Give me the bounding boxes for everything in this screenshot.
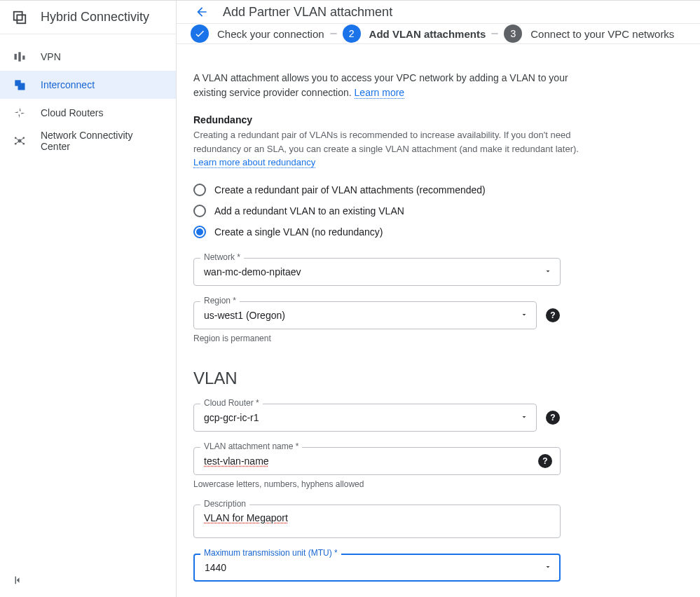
sidebar-item-cloud-routers[interactable]: Cloud Routers (0, 99, 176, 127)
cloud-routers-icon (11, 104, 28, 121)
radio-label: Create a redundant pair of VLAN attachme… (214, 184, 486, 195)
region-helper: Region is permanent (193, 334, 561, 343)
svg-rect-3 (18, 52, 20, 61)
region-field: Region * us-west1 (Oregon) ? (193, 301, 561, 329)
back-button[interactable] (191, 1, 213, 23)
svg-rect-17 (492, 33, 498, 34)
radio-icon (193, 184, 206, 196)
redundancy-option-single[interactable]: Create a single VLAN (no redundancy) (193, 221, 683, 242)
radio-icon (193, 226, 206, 238)
sidebar-item-vpn[interactable]: VPN (0, 43, 176, 71)
redundancy-description: Creating a redundant pair of VLANs is re… (193, 128, 600, 170)
mtu-value: 1440 (205, 562, 226, 573)
svg-marker-10 (22, 113, 25, 114)
step-label: Connect to your VPC networks (530, 28, 674, 40)
svg-marker-7 (20, 108, 21, 111)
vlan-name-field: VLAN attachment name * test-vlan-name ? … (193, 447, 561, 489)
cloud-router-help-button[interactable]: ? (546, 411, 560, 425)
cloud-router-value: gcp-gcr-ic-r1 (204, 412, 259, 423)
network-select[interactable]: wan-mc-demo-npitaev (193, 258, 561, 286)
mtu-select[interactable]: 1440 (193, 554, 561, 582)
form-content: A VLAN attachment allows you to access y… (177, 44, 700, 597)
intro-learn-more-link[interactable]: Learn more (355, 87, 405, 99)
description-label: Description (200, 499, 249, 509)
vlan-name-help-button[interactable]: ? (538, 454, 552, 468)
sidebar-item-label: Network Connectivity Center (41, 130, 165, 152)
vlan-name-label: VLAN attachment name * (200, 441, 302, 451)
step-check-connection[interactable]: Check your connection (191, 25, 324, 43)
svg-marker-8 (18, 115, 20, 118)
hybrid-connectivity-icon (11, 9, 28, 26)
sidebar-item-label: VPN (41, 51, 61, 62)
main: Add Partner VLAN attachment Check your c… (177, 1, 700, 597)
svg-rect-6 (18, 83, 24, 89)
redundancy-option-pair[interactable]: Create a redundant pair of VLAN attachme… (193, 179, 683, 200)
radio-label: Create a single VLAN (no redundancy) (214, 226, 383, 238)
sidebar-item-interconnect[interactable]: Interconnect (0, 71, 176, 99)
svg-marker-9 (15, 111, 18, 113)
vlan-name-input[interactable]: test-vlan-name (193, 447, 561, 475)
check-icon (191, 25, 209, 43)
description-textarea[interactable]: VLAN for Megaport (193, 505, 561, 538)
redundancy-learn-more-link[interactable]: Learn more about redundancy (193, 157, 315, 168)
vlan-heading: VLAN (193, 369, 683, 388)
svg-rect-1 (17, 15, 25, 23)
step-label: Check your connection (217, 28, 324, 40)
cloud-router-field: Cloud Router * gcp-gcr-ic-r1 ? (193, 404, 561, 432)
interconnect-icon (11, 76, 28, 93)
redundancy-radio-group: Create a redundant pair of VLAN attachme… (193, 179, 683, 242)
step-number-badge: 3 (504, 25, 522, 43)
mtu-label: Maximum transmission unit (MTU) * (200, 548, 341, 558)
arrow-left-icon (195, 4, 209, 20)
sidebar-item-ncc[interactable]: Network Connectivity Center (0, 127, 176, 155)
svg-rect-2 (15, 54, 17, 60)
sidebar-item-label: Interconnect (41, 79, 95, 90)
vpn-icon (11, 48, 28, 65)
description-value: VLAN for Megaport (204, 512, 288, 523)
network-field: Network * wan-mc-demo-npitaev (193, 258, 561, 286)
stepper: Check your connection 2 Add VLAN attachm… (177, 24, 700, 44)
region-value: us-west1 (Oregon) (204, 310, 285, 321)
svg-rect-0 (14, 11, 22, 20)
redundancy-heading: Redundancy (193, 114, 683, 125)
region-select[interactable]: us-west1 (Oregon) (193, 301, 537, 329)
step-separator-icon (486, 29, 504, 39)
page-header: Add Partner VLAN attachment (177, 1, 700, 24)
intro-text: A VLAN attachment allows you to access y… (193, 71, 586, 100)
page-title: Add Partner VLAN attachment (223, 5, 392, 20)
network-value: wan-mc-demo-npitaev (204, 266, 301, 277)
sidebar-item-label: Cloud Routers (41, 107, 104, 118)
redundancy-option-add-to-existing[interactable]: Add a redundant VLAN to an existing VLAN (193, 200, 683, 221)
step-connect-vpc[interactable]: 3 Connect to your VPC networks (504, 25, 674, 43)
description-field: Description VLAN for Megaport (193, 505, 561, 538)
mtu-field: Maximum transmission unit (MTU) * 1440 (193, 554, 561, 582)
vlan-name-helper: Lowercase letters, numbers, hyphens allo… (193, 479, 561, 489)
radio-icon (193, 205, 206, 217)
sidebar-nav: VPN Interconnect Cloud Routers Network C… (0, 34, 176, 597)
network-label: Network * (200, 252, 244, 262)
step-add-vlan[interactable]: 2 Add VLAN attachments (343, 25, 486, 43)
svg-rect-16 (330, 33, 336, 34)
region-label: Region * (200, 296, 240, 306)
sidebar-header: Hybrid Connectivity (0, 1, 176, 34)
step-separator-icon (324, 29, 343, 39)
region-help-button[interactable]: ? (546, 308, 560, 322)
step-number-badge: 2 (343, 25, 361, 43)
svg-rect-4 (22, 55, 25, 60)
vlan-name-value: test-vlan-name (204, 455, 269, 467)
step-label: Add VLAN attachments (369, 28, 486, 40)
sidebar-collapse-button[interactable] (10, 572, 27, 589)
sidebar: Hybrid Connectivity VPN Interconnect Clo… (0, 1, 177, 597)
product-title: Hybrid Connectivity (41, 10, 149, 25)
network-connectivity-center-icon (11, 132, 28, 149)
redundancy-desc-body: Creating a redundant pair of VLANs is re… (193, 130, 579, 154)
cloud-router-select[interactable]: gcp-gcr-ic-r1 (193, 404, 537, 432)
cloud-router-label: Cloud Router * (200, 398, 263, 408)
radio-label: Add a redundant VLAN to an existing VLAN (214, 205, 404, 217)
